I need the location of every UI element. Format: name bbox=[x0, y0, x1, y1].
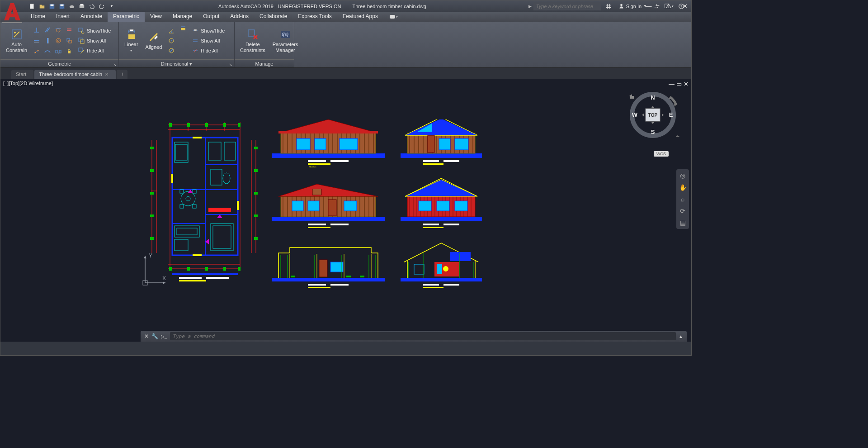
qat-redo-icon[interactable] bbox=[97, 2, 106, 11]
cmd-close-icon[interactable]: ✕ bbox=[144, 333, 149, 339]
menu-tab-express[interactable]: Express Tools bbox=[292, 12, 337, 22]
gc-horizontal-icon[interactable] bbox=[32, 36, 42, 46]
window-minimize-button[interactable]: ― bbox=[644, 1, 653, 10]
qat-plot-icon[interactable] bbox=[77, 2, 86, 11]
cmd-customize-icon[interactable]: 🔧 bbox=[151, 333, 158, 339]
svg-rect-21 bbox=[67, 38, 70, 41]
wcs-label[interactable]: WCS bbox=[654, 151, 669, 157]
command-input[interactable] bbox=[170, 332, 676, 340]
menu-tab-more-icon[interactable] bbox=[383, 12, 403, 22]
nav-zoom-icon[interactable]: ⌕ bbox=[681, 195, 684, 203]
gc-concentric-icon[interactable] bbox=[53, 36, 63, 46]
cmd-history-icon[interactable]: ▷_ bbox=[161, 334, 167, 339]
svg-rect-124 bbox=[455, 201, 467, 211]
menu-tab-parametric[interactable]: Parametric bbox=[108, 12, 145, 22]
qat-undo-icon[interactable] bbox=[87, 2, 96, 11]
dim-linear-button[interactable]: Linear ▾ bbox=[122, 27, 141, 54]
viewport-label[interactable]: [–][Top][2D Wireframe] bbox=[3, 81, 53, 86]
qat-dropdown-icon[interactable]: ▼ bbox=[107, 2, 116, 11]
close-tab-icon[interactable]: ✕ bbox=[105, 72, 108, 77]
svg-rect-97 bbox=[308, 160, 326, 162]
viewport-maximize-icon[interactable]: ▭ bbox=[676, 81, 682, 87]
panel-title-geometric[interactable]: Geometric↘ bbox=[0, 59, 118, 67]
qat-cloud-icon[interactable] bbox=[67, 2, 76, 11]
gc-coincident-icon[interactable] bbox=[64, 36, 74, 46]
dim-aligned-button[interactable]: Aligned bbox=[143, 30, 165, 51]
new-tab-button[interactable]: + bbox=[117, 70, 127, 79]
qat-save-icon[interactable] bbox=[47, 2, 57, 11]
gc-parallel-icon[interactable] bbox=[42, 25, 52, 35]
parameters-manager-button[interactable]: f(x) Parameters Manager bbox=[270, 27, 301, 54]
svg-rect-52 bbox=[205, 267, 208, 271]
menu-tab-insert[interactable]: Insert bbox=[51, 12, 75, 22]
svg-rect-144 bbox=[443, 284, 459, 286]
menu-tab-manage[interactable]: Manage bbox=[167, 12, 198, 22]
viewcube[interactable]: N S E W TOP bbox=[626, 88, 680, 142]
gc-tangent-icon[interactable] bbox=[53, 25, 63, 35]
nav-pan-icon[interactable]: ✋ bbox=[679, 184, 687, 191]
svg-rect-58 bbox=[150, 214, 154, 217]
window-maximize-button[interactable]: ☐ bbox=[662, 1, 671, 10]
svg-rect-6 bbox=[80, 5, 85, 8]
svg-rect-45 bbox=[169, 123, 172, 127]
menu-tab-featured[interactable]: Featured Apps bbox=[337, 12, 383, 22]
menu-tab-annotate[interactable]: Annotate bbox=[75, 12, 108, 22]
nav-showmotion-icon[interactable]: ▤ bbox=[680, 219, 686, 226]
dim-angular-icon[interactable] bbox=[166, 26, 176, 36]
drawing-content[interactable]: Elevation bbox=[143, 119, 482, 323]
gc-collinear-icon[interactable] bbox=[32, 47, 42, 57]
delete-constraints-button[interactable]: Delete Constraints bbox=[237, 27, 268, 54]
qat-open-icon[interactable] bbox=[38, 2, 47, 11]
svg-rect-4 bbox=[61, 4, 64, 6]
viewport-close-icon[interactable]: ✕ bbox=[684, 81, 689, 87]
nav-wheel-icon[interactable]: ◎ bbox=[680, 172, 685, 179]
dim-hideall-button[interactable]: Hide All bbox=[190, 46, 226, 56]
gc-fix-icon[interactable] bbox=[64, 47, 74, 57]
svg-rect-80 bbox=[211, 169, 222, 185]
gc-vertical-icon[interactable] bbox=[42, 36, 52, 46]
drawing-viewport[interactable]: [–][Top][2D Wireframe] — ▭ ✕ N S E W TOP… bbox=[0, 79, 691, 342]
menu-tab-view[interactable]: View bbox=[145, 12, 167, 22]
menu-tab-addins[interactable]: Add-ins bbox=[225, 12, 254, 22]
svg-rect-117 bbox=[308, 224, 326, 225]
qat-saveas-icon[interactable] bbox=[57, 2, 66, 11]
gc-perpendicular-icon[interactable] bbox=[32, 25, 42, 35]
svg-rect-30 bbox=[130, 29, 133, 31]
dim-diameter-icon[interactable] bbox=[166, 46, 176, 56]
svg-rect-35 bbox=[194, 29, 197, 31]
qat-new-icon[interactable] bbox=[28, 2, 37, 11]
dim-radial-icon[interactable] bbox=[166, 36, 176, 46]
gc-hideall-button[interactable]: Hide All bbox=[76, 46, 113, 56]
stay-connected-icon[interactable] bbox=[603, 2, 614, 10]
viewport-minimize-icon[interactable]: — bbox=[669, 81, 675, 87]
autocad-app-icon[interactable] bbox=[0, 0, 23, 23]
svg-point-5 bbox=[70, 5, 75, 8]
menu-tab-output[interactable]: Output bbox=[198, 12, 225, 22]
file-tab-start[interactable]: Start bbox=[11, 70, 33, 79]
svg-rect-83 bbox=[193, 254, 202, 256]
dim-convert-icon[interactable] bbox=[178, 24, 188, 33]
svg-rect-122 bbox=[419, 201, 431, 211]
svg-rect-7 bbox=[80, 4, 84, 5]
svg-rect-115 bbox=[328, 200, 336, 216]
cmd-expand-icon[interactable]: ▲ bbox=[679, 334, 683, 339]
auto-constrain-button[interactable]: Auto Constrain bbox=[3, 27, 30, 54]
menu-tab-home[interactable]: Home bbox=[25, 12, 51, 22]
svg-rect-108 bbox=[443, 160, 459, 162]
keyword-search-input[interactable] bbox=[533, 2, 601, 10]
gc-smooth-icon[interactable] bbox=[42, 47, 52, 57]
window-close-button[interactable]: ✕ bbox=[680, 1, 689, 10]
menu-tab-collaborate[interactable]: Collaborate bbox=[254, 12, 292, 22]
gc-showall-button[interactable]: Show All bbox=[76, 36, 113, 46]
panel-title-dimensional[interactable]: Dimensional ▾↘ bbox=[119, 59, 234, 67]
svg-rect-133 bbox=[360, 276, 364, 277]
gc-showhide-button[interactable]: Show/Hide bbox=[76, 26, 113, 36]
nav-orbit-icon[interactable]: ⟳ bbox=[680, 207, 685, 214]
svg-rect-73 bbox=[193, 190, 196, 193]
gc-symmetric-icon[interactable] bbox=[53, 47, 63, 57]
svg-rect-68 bbox=[208, 142, 221, 160]
file-tab-current[interactable]: Three-bedroom-timber-cabin✕ bbox=[34, 70, 116, 79]
dim-showhide-button[interactable]: Show/Hide bbox=[190, 26, 226, 36]
gc-equal-icon[interactable] bbox=[64, 25, 74, 35]
dim-showall-button[interactable]: Show All bbox=[190, 36, 226, 46]
